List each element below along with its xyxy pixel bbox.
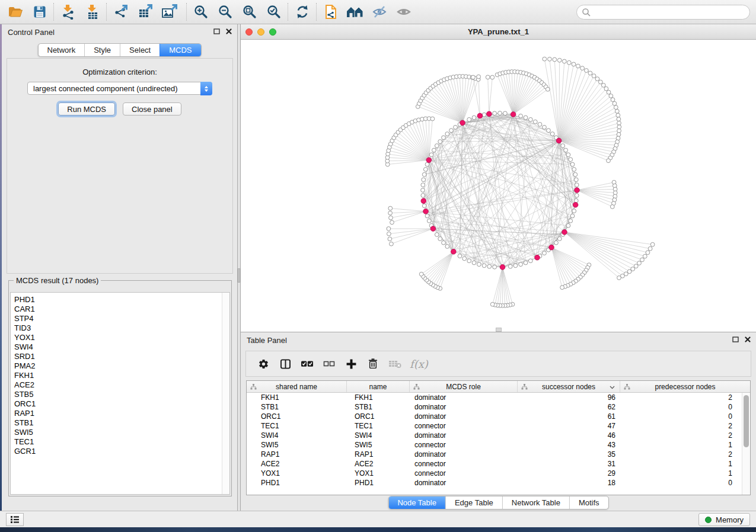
network-node[interactable] <box>543 251 547 255</box>
tab-edge-table[interactable]: Edge Table <box>445 496 502 509</box>
result-node-item[interactable]: PHD1 <box>11 295 221 305</box>
network-node[interactable] <box>477 262 481 267</box>
network-node[interactable] <box>425 214 429 218</box>
search-input[interactable] <box>594 7 749 18</box>
network-node[interactable] <box>640 258 645 262</box>
network-node[interactable] <box>533 120 537 124</box>
tab-select[interactable]: Select <box>120 44 160 56</box>
network-node[interactable] <box>588 71 592 75</box>
network-node[interactable] <box>570 162 575 166</box>
network-node[interactable] <box>458 254 462 258</box>
refresh-layout-button[interactable] <box>290 2 314 22</box>
network-node[interactable] <box>487 264 492 268</box>
network-node[interactable] <box>611 98 615 102</box>
network-node[interactable] <box>390 242 394 246</box>
network-node[interactable] <box>610 205 614 209</box>
table-settings-button[interactable] <box>256 355 270 372</box>
import-network-button[interactable] <box>56 2 80 22</box>
network-node[interactable] <box>574 198 578 203</box>
network-node[interactable] <box>643 254 647 258</box>
network-hub-node[interactable] <box>573 203 578 208</box>
result-node-item[interactable]: ACE2 <box>11 380 221 390</box>
network-node[interactable] <box>422 204 426 208</box>
hide-selected-button[interactable] <box>367 2 391 22</box>
network-node[interactable] <box>566 153 570 157</box>
table-row[interactable]: PHD1PHD1dominator180 <box>247 478 742 488</box>
tab-style[interactable]: Style <box>84 44 120 56</box>
result-node-item[interactable]: FKH1 <box>11 371 221 380</box>
table-row[interactable]: SWI5SWI5connector431 <box>247 440 742 450</box>
float-panel-icon[interactable] <box>732 336 739 342</box>
network-node[interactable] <box>422 178 426 182</box>
network-hub-node[interactable] <box>575 188 580 193</box>
export-table-button[interactable] <box>133 2 157 22</box>
show-columns-button[interactable] <box>278 355 292 372</box>
network-node[interactable] <box>513 264 518 268</box>
table-row[interactable]: ORC1ORC1dominator610 <box>247 412 742 421</box>
network-node[interactable] <box>421 194 425 198</box>
network-node[interactable] <box>490 75 495 79</box>
network-node[interactable] <box>442 136 446 140</box>
horizontal-splitter-grip[interactable] <box>496 328 502 332</box>
network-hub-node[interactable] <box>477 113 483 118</box>
network-node[interactable] <box>595 77 599 81</box>
splitter-grip[interactable] <box>238 268 240 283</box>
run-mcds-button[interactable]: Run MCDS <box>58 102 115 116</box>
network-node[interactable] <box>573 172 578 177</box>
network-hub-node[interactable] <box>451 249 457 255</box>
result-node-item[interactable]: CAR1 <box>11 305 221 314</box>
network-node[interactable] <box>613 101 617 105</box>
network-node[interactable] <box>637 261 642 265</box>
minimize-window-icon[interactable] <box>257 28 264 36</box>
network-node[interactable] <box>634 264 638 268</box>
zoom-selected-button[interactable] <box>261 2 286 22</box>
network-node[interactable] <box>477 75 481 79</box>
tab-mcds[interactable]: MCDS <box>160 44 200 56</box>
network-node[interactable] <box>560 286 564 290</box>
vertical-splitter[interactable] <box>238 24 241 511</box>
network-node[interactable] <box>388 237 392 241</box>
network-node[interactable] <box>617 121 621 125</box>
result-node-item[interactable]: STP4 <box>11 314 221 323</box>
scrollbar-thumb[interactable] <box>744 395 749 447</box>
network-node[interactable] <box>429 153 433 157</box>
network-canvas[interactable] <box>241 40 756 332</box>
add-column-button[interactable] <box>344 355 358 372</box>
network-node[interactable] <box>543 57 547 61</box>
network-hub-node[interactable] <box>423 209 429 214</box>
network-node[interactable] <box>438 237 442 241</box>
table-row[interactable]: TEC1TEC1connector472 <box>247 421 742 431</box>
network-hub-node[interactable] <box>430 226 436 232</box>
column-header-predecessor-nodes[interactable]: predecessor nodes <box>620 381 750 392</box>
network-hub-node[interactable] <box>562 230 567 235</box>
import-table-button[interactable] <box>80 2 104 22</box>
column-header-successor-nodes[interactable]: successor nodes <box>518 381 620 392</box>
network-node[interactable] <box>387 227 391 231</box>
save-session-button[interactable] <box>27 2 52 22</box>
deselect-all-rows-button[interactable] <box>322 355 336 372</box>
network-node[interactable] <box>566 223 570 227</box>
table-row[interactable]: ACE2ACE2connector311 <box>247 459 742 469</box>
network-node[interactable] <box>430 117 435 121</box>
network-node[interactable] <box>607 159 611 163</box>
network-node[interactable] <box>567 60 571 65</box>
close-panel-button[interactable]: Close panel <box>123 102 181 116</box>
network-node[interactable] <box>472 261 476 265</box>
network-hub-node[interactable] <box>511 112 516 117</box>
network-node[interactable] <box>575 194 579 198</box>
result-node-item[interactable]: TEC1 <box>11 437 221 447</box>
network-node[interactable] <box>387 232 391 236</box>
network-node[interactable] <box>503 111 508 116</box>
network-node[interactable] <box>519 114 523 118</box>
result-node-item[interactable]: SWI5 <box>11 428 221 437</box>
network-node[interactable] <box>462 257 467 261</box>
network-node[interactable] <box>572 168 576 172</box>
network-node[interactable] <box>467 117 471 121</box>
network-graph[interactable] <box>241 40 756 332</box>
network-node[interactable] <box>445 245 449 249</box>
network-node[interactable] <box>570 214 575 218</box>
network-node[interactable] <box>580 66 585 70</box>
network-node[interactable] <box>486 75 490 79</box>
network-node[interactable] <box>482 113 486 117</box>
result-node-item[interactable]: PMA2 <box>11 361 221 371</box>
